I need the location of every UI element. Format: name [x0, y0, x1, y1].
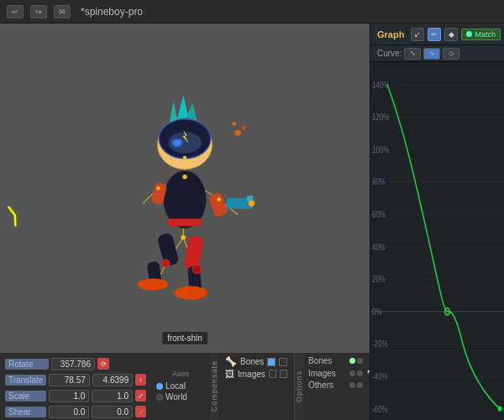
- curve-label: Curve:: [377, 49, 402, 58]
- svg-marker-15: [170, 101, 177, 122]
- character-sprite: [92, 71, 277, 306]
- scale-x[interactable]: 1.0: [49, 390, 90, 402]
- curve-btn-3[interactable]: ◇: [443, 48, 459, 60]
- curve-row: Curve: ⤡ ∿ ◇: [370, 45, 504, 62]
- graph-title: Graph: [377, 29, 404, 39]
- svg-point-28: [174, 286, 207, 300]
- graph-btn-3[interactable]: ◆: [444, 28, 458, 41]
- bones-checkbox[interactable]: [267, 358, 276, 366]
- svg-text:80%: 80%: [372, 176, 386, 186]
- svg-text:20%: 20%: [372, 274, 386, 284]
- graph-canvas[interactable]: 140% 120% 100% 80% 60% 40% 20% 0% -20% -…: [370, 62, 504, 420]
- axes-world-label: World: [165, 392, 187, 402]
- scale-icon[interactable]: ⤢: [135, 390, 146, 402]
- compensate-label: Compensate: [210, 360, 218, 412]
- svg-point-66: [498, 406, 502, 412]
- svg-point-35: [183, 156, 187, 160]
- svg-text:-40%: -40%: [372, 371, 388, 381]
- curve-btn-1[interactable]: ⤡: [404, 48, 421, 60]
- images-dot-2: [357, 370, 363, 376]
- others-dot-2: [357, 382, 363, 388]
- rotate-value[interactable]: 357.786: [51, 358, 95, 370]
- bones-dots: [349, 358, 363, 364]
- compensate-panel[interactable]: Compensate: [210, 353, 218, 420]
- rotate-icon[interactable]: ⟳: [97, 358, 109, 370]
- shear-row: Shear 0.0 0.0 ⟋: [5, 404, 146, 419]
- axes-label: Axes: [156, 370, 205, 378]
- svg-point-34: [182, 175, 186, 179]
- svg-point-36: [181, 235, 185, 239]
- svg-point-37: [217, 197, 221, 202]
- project-title: *spineboy-pro: [81, 6, 143, 18]
- redo-button[interactable]: ↪: [30, 5, 47, 18]
- svg-text:100%: 100%: [372, 144, 389, 155]
- images-label: Images: [238, 370, 265, 379]
- svg-text:120%: 120%: [372, 112, 389, 122]
- svg-point-39: [235, 129, 241, 135]
- options-label: Options: [295, 370, 303, 402]
- axes-local-option[interactable]: Local: [156, 381, 205, 391]
- scale-y[interactable]: 1.0: [92, 390, 133, 402]
- rotate-label: Rotate: [5, 359, 49, 370]
- svg-text:40%: 40%: [372, 241, 386, 251]
- axes-world-option[interactable]: World: [156, 392, 205, 402]
- svg-point-40: [232, 122, 236, 126]
- axes-panel: Axes Local World: [151, 353, 210, 420]
- graph-btn-2[interactable]: ✏: [428, 28, 441, 41]
- graph-panel: Graph ↙ ✏ ◆ Match Curve: ⤡ ∿ ◇: [370, 24, 504, 420]
- curve-btn-2[interactable]: ∿: [423, 48, 440, 60]
- match-label: Match: [475, 30, 496, 39]
- scale-label: Scale: [5, 391, 46, 402]
- bones-check2[interactable]: [279, 358, 287, 366]
- shear-icon[interactable]: ⟋: [135, 406, 146, 417]
- match-dot: [466, 31, 472, 37]
- svg-rect-42: [370, 62, 504, 420]
- transform-panel: Rotate 357.786 ⟳ Translate 78.57 4.6399 …: [0, 353, 151, 420]
- svg-rect-21: [207, 192, 228, 218]
- bone-dot-1: [349, 358, 355, 364]
- svg-point-20: [173, 139, 181, 145]
- viewport[interactable]: ⟩ front-shin Rotate 357.786 ⟳ Translate …: [0, 24, 370, 420]
- axes-local-dot: [156, 383, 163, 390]
- others-dots: [349, 382, 363, 388]
- right-bones-row: Bones: [308, 356, 370, 365]
- right-bones-label: Bones: [308, 356, 346, 365]
- images-dot-1: [349, 370, 355, 376]
- shear-x[interactable]: 0.0: [49, 406, 90, 418]
- undo-button[interactable]: ↩: [7, 5, 24, 18]
- translate-x[interactable]: 78.57: [49, 374, 89, 386]
- shear-label: Shear: [5, 407, 46, 417]
- svg-point-31: [138, 278, 168, 290]
- svg-text:60%: 60%: [372, 209, 386, 219]
- match-button[interactable]: Match: [461, 29, 501, 40]
- shear-y[interactable]: 0.0: [92, 406, 133, 418]
- svg-marker-16: [177, 95, 189, 119]
- email-button[interactable]: ✉: [54, 5, 71, 18]
- options-panel[interactable]: Options: [294, 353, 303, 420]
- images-checkbox[interactable]: [269, 370, 276, 378]
- others-dot-1: [349, 382, 355, 388]
- bone-label: front-shin: [162, 332, 207, 344]
- svg-text:-60%: -60%: [372, 403, 388, 413]
- svg-point-24: [249, 200, 255, 206]
- right-images-label: Images: [308, 369, 346, 378]
- images-row: 🖼 Images: [225, 369, 287, 379]
- translate-icon[interactable]: ↕: [135, 374, 146, 386]
- translate-label: Translate: [5, 375, 46, 386]
- graph-header: Graph ↙ ✏ ◆ Match: [370, 24, 504, 45]
- right-detail-panel: Bones Images ↖ Others: [303, 353, 370, 420]
- right-images-row: Images ↖: [308, 367, 370, 379]
- translate-y[interactable]: 4.6399: [92, 374, 133, 386]
- svg-point-38: [156, 186, 160, 191]
- images-check2[interactable]: [280, 370, 287, 378]
- bones-row: 🦴 Bones: [225, 356, 287, 367]
- main-area: ⟩ front-shin Rotate 357.786 ⟳ Translate …: [0, 24, 504, 420]
- svg-text:-20%: -20%: [372, 339, 388, 349]
- scale-row: Scale 1.0 1.0 ⤢: [5, 388, 146, 403]
- rotate-row: Rotate 357.786 ⟳: [5, 356, 146, 371]
- svg-text:0%: 0%: [372, 307, 381, 317]
- cursor-icon: ↖: [366, 367, 370, 379]
- svg-point-41: [242, 125, 246, 129]
- graph-btn-1[interactable]: ↙: [411, 28, 424, 41]
- character-area: [0, 24, 370, 353]
